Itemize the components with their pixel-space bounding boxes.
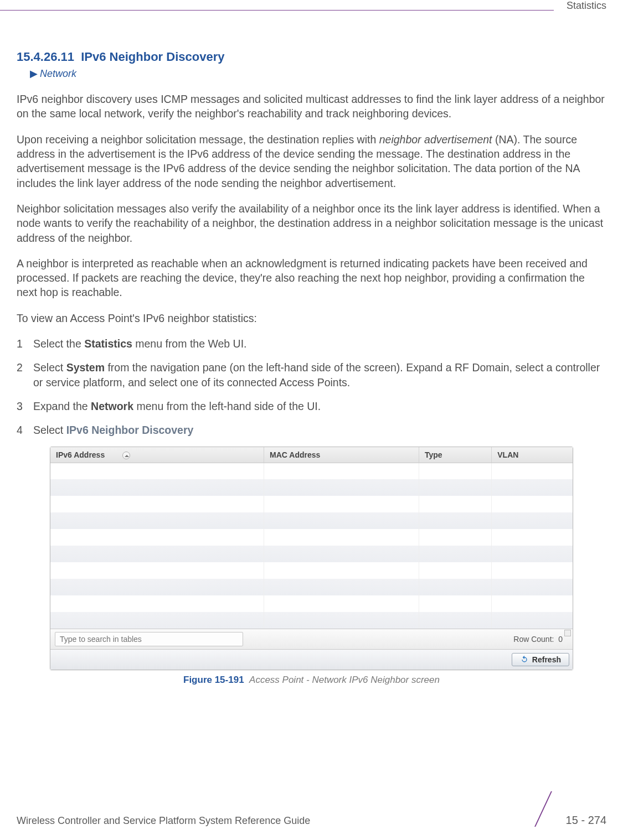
step-3: 3 Expand the Network menu from the left-… [17,399,606,414]
breadcrumb: ▶Network [30,68,606,80]
sort-asc-icon[interactable] [122,452,130,459]
step-text: Expand the Network menu from the left-ha… [33,399,606,414]
table-row [50,512,573,529]
heading-title: IPv6 Neighbor Discovery [81,50,224,64]
table-row [50,463,573,479]
row-count: Row Count: 0 [513,635,563,644]
paragraph-3: Neighbor solicitation messages also veri… [17,201,606,245]
step-text: Select the Statistics menu from the Web … [33,336,606,351]
figure-container: IPv6 Address MAC Address Type VLAN [50,447,573,686]
step-1: 1 Select the Statistics menu from the We… [17,336,606,351]
table-row [50,595,573,612]
header-rule [0,10,554,11]
step-bold-blue: IPv6 Neighbor Discovery [66,424,194,436]
figure-number: Figure 15-191 [183,675,244,685]
scroll-corner [564,630,571,636]
step-2: 2 Select System from the navigation pane… [17,360,606,390]
refresh-button[interactable]: Refresh [512,653,569,666]
footer-right: 15 - 274 [525,791,606,827]
table-row [50,562,573,579]
step-text: Select System from the navigation pane (… [33,360,606,390]
footer-guide-title: Wireless Controller and Service Platform… [17,815,310,826]
step-number: 1 [17,336,33,351]
refresh-icon [520,655,529,664]
page-footer: Wireless Controller and Service Platform… [17,815,606,827]
screenshot-panel: IPv6 Address MAC Address Type VLAN [50,447,573,671]
step-pre: Select [33,361,66,374]
table-row [50,579,573,595]
figure-caption: Figure 15-191 Access Point - Network IPv… [50,675,573,686]
step-post: menu from the left-hand side of the UI. [133,400,321,412]
paragraph-2: Upon receiving a neighbor solicitation m… [17,132,606,190]
row-count-label: Row Count: [513,635,554,644]
table-body [50,463,573,629]
table-row [50,529,573,546]
step-4: 4 Select IPv6 Neighbor Discovery [17,423,606,438]
step-bold: System [66,361,105,374]
section-heading: 15.4.26.11 IPv6 Neighbor Discovery [17,50,606,64]
button-bar: Refresh [50,649,573,670]
paragraph-2-em: neighbor advertisement [379,133,492,146]
step-number: 3 [17,399,33,414]
row-count-value: 0 [558,635,563,644]
table-row [50,479,573,496]
paragraph-1: IPv6 neighbor discovery uses ICMP messag… [17,92,606,121]
col-label: IPv6 Address [56,450,105,459]
col-ipv6-address[interactable]: IPv6 Address [50,447,264,463]
table-row [50,496,573,512]
paragraph-5: To view an Access Point's IPv6 neighbor … [17,311,606,325]
paragraph-4: A neighbor is interpreted as reachable w… [17,256,606,300]
step-pre: Select the [33,338,84,350]
page-content: 15.4.26.11 IPv6 Neighbor Discovery ▶Netw… [17,50,606,686]
breadcrumb-arrow-icon: ▶ [30,68,38,79]
footer-slash-icon [525,791,560,827]
paragraph-2a: Upon receiving a neighbor solicitation m… [17,133,379,146]
step-number: 2 [17,360,33,390]
step-post: menu from the Web UI. [132,338,247,350]
col-mac-address[interactable]: MAC Address [264,447,419,463]
heading-number: 15.4.26.11 [17,50,74,64]
col-vlan[interactable]: VLAN [492,447,573,463]
page-number: 15 - 274 [566,814,606,827]
col-type[interactable]: Type [419,447,492,463]
step-text: Select IPv6 Neighbor Discovery [33,423,606,438]
refresh-label: Refresh [532,655,561,664]
header-section-label: Statistics [567,0,606,12]
step-bold: Statistics [84,338,132,350]
step-number: 4 [17,423,33,438]
step-bold: Network [91,400,133,412]
neighbor-table: IPv6 Address MAC Address Type VLAN [50,447,573,629]
table-row [50,546,573,562]
figure-title: Access Point - Network IPv6 Neighbor scr… [249,675,440,685]
breadcrumb-label: Network [40,68,76,79]
step-pre: Select [33,424,66,436]
table-row [50,612,573,629]
step-post: from the navigation pane (on the left-ha… [33,361,600,388]
table-search-input[interactable] [55,632,243,646]
table-toolbar: Row Count: 0 [50,629,573,649]
step-pre: Expand the [33,400,91,412]
